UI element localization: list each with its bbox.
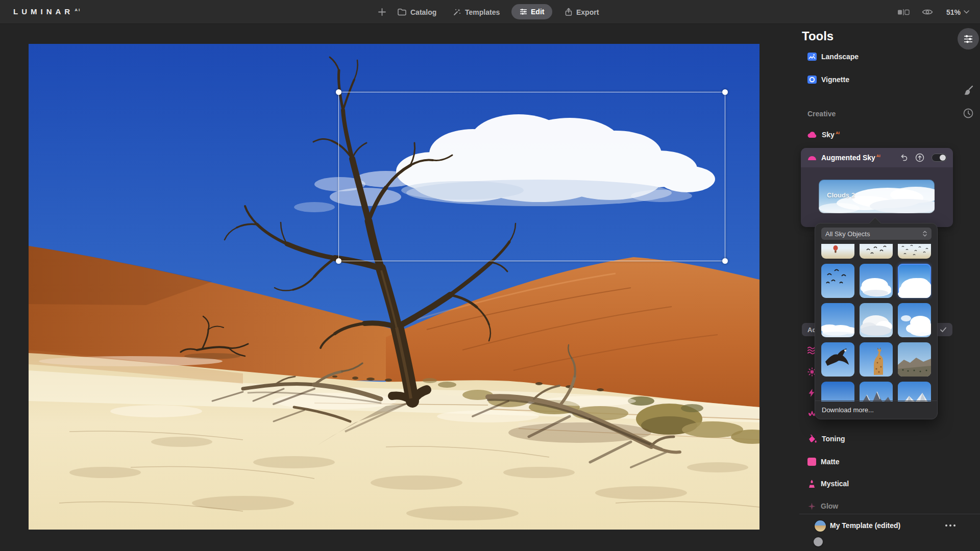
template-title: My Template (edited) xyxy=(830,521,900,530)
sky-object-birds-sky[interactable] xyxy=(821,264,854,298)
sky-object-clouds-3[interactable] xyxy=(821,303,854,337)
augmented-sky-card: Augmented SkyAI Clouds 2 xyxy=(801,148,953,227)
tool-sky[interactable]: SkyAI xyxy=(807,130,840,139)
tab-label: Edit xyxy=(531,8,544,16)
tool-vignette[interactable]: Vignette xyxy=(807,75,849,84)
sky-object-clouds-1[interactable] xyxy=(860,264,893,298)
edit-tools-rail-button[interactable] xyxy=(958,28,979,49)
paint-bucket-icon xyxy=(807,435,817,443)
sky-objects-grid xyxy=(821,244,931,402)
preview-button[interactable] xyxy=(922,0,933,24)
selection-handle-bottom-right[interactable] xyxy=(722,258,728,264)
brush-rail-button[interactable] xyxy=(958,80,979,101)
selected-sky-object-thumb[interactable]: Clouds 2 xyxy=(819,180,935,213)
selected-sky-object-label: Clouds 2 xyxy=(827,191,855,199)
template-menu-button[interactable] xyxy=(945,524,955,527)
sky-object-clouds-5[interactable] xyxy=(898,303,931,337)
photo-canvas xyxy=(29,44,760,530)
sky-object-birds-small[interactable] xyxy=(860,244,893,259)
tab-export[interactable]: Export xyxy=(565,0,599,24)
filter-label: All Sky Objects xyxy=(825,230,922,238)
undo-icon[interactable] xyxy=(899,154,908,162)
sky-object-rocky-peaks[interactable] xyxy=(860,382,893,402)
app-logo: LUMINARAI xyxy=(13,7,81,16)
tool-label: SkyAI xyxy=(822,131,840,139)
selection-handle-top-left[interactable] xyxy=(336,89,341,95)
sky-object-clear-sky[interactable] xyxy=(821,382,854,402)
reposition-icon[interactable] xyxy=(915,153,924,162)
template-avatar xyxy=(815,520,826,532)
sky-object-clouds-2[interactable] xyxy=(898,264,931,298)
sky-object-hot-air-balloon[interactable] xyxy=(821,244,854,259)
add-button[interactable] xyxy=(378,0,386,24)
augmented-sky-toggle[interactable] xyxy=(932,154,947,162)
tab-label: Templates xyxy=(465,8,500,16)
tab-catalog[interactable]: Catalog xyxy=(397,0,436,24)
plus-icon xyxy=(378,8,386,16)
tab-templates[interactable]: Templates xyxy=(452,0,500,24)
tool-label: Mystical xyxy=(821,480,849,488)
vignette-icon xyxy=(807,76,817,84)
tool-label: Landscape xyxy=(821,53,859,61)
sky-object-eagle[interactable] xyxy=(821,342,854,377)
zoom-level: 51% xyxy=(946,8,961,16)
top-bar: LUMINARAI Catalog Templates Edit Export xyxy=(0,0,980,24)
magic-wand-icon xyxy=(452,8,461,16)
template-bar: My Template (edited) xyxy=(786,514,980,551)
selection-handle-top-right[interactable] xyxy=(722,89,728,95)
export-icon xyxy=(565,8,573,16)
tool-mystical[interactable]: Mystical xyxy=(807,479,849,488)
section-creative: Creative xyxy=(807,110,836,118)
select-chevrons-icon xyxy=(922,230,927,237)
ai-badge: AI xyxy=(876,154,880,158)
logo-ai-badge: AI xyxy=(75,8,81,12)
tool-matte[interactable]: Matte xyxy=(807,457,840,466)
tab-edit[interactable]: Edit xyxy=(511,4,552,19)
augmented-sky-header[interactable]: Augmented SkyAI xyxy=(801,148,953,167)
tab-label: Export xyxy=(576,8,599,16)
history-rail-button[interactable] xyxy=(958,103,979,124)
tool-glow[interactable]: Glow xyxy=(807,502,838,511)
sliders-icon xyxy=(520,8,527,15)
augmented-sky-title: Augmented SkyAI xyxy=(821,154,880,162)
sparkle-icon xyxy=(807,502,816,511)
chevron-down-icon xyxy=(964,10,969,14)
cloud-icon xyxy=(807,132,817,138)
matte-icon xyxy=(807,458,816,466)
panel-title: Tools xyxy=(802,29,834,43)
augmented-sky-icon xyxy=(807,155,817,161)
landscape-icon xyxy=(807,53,817,61)
sky-object-giraffe[interactable] xyxy=(860,342,893,377)
before-after-icon xyxy=(897,9,910,16)
folder-icon xyxy=(397,8,407,16)
ai-badge: AI xyxy=(836,131,840,135)
sky-objects-grid-viewport[interactable] xyxy=(821,244,932,402)
sky-object-mountain-ridge[interactable] xyxy=(898,342,931,377)
sky-object-clouds-4[interactable] xyxy=(860,303,893,337)
template-amount-slider[interactable] xyxy=(814,537,950,547)
download-more-button[interactable]: Download more... xyxy=(815,400,937,419)
tool-label: Toning xyxy=(822,435,845,443)
clock-icon xyxy=(963,108,974,119)
tools-panel: Tools Landscape Vignette xyxy=(786,24,980,551)
check-icon xyxy=(940,327,947,333)
selection-handle-bottom-left[interactable] xyxy=(336,258,341,264)
sky-object-snowy-mountain[interactable] xyxy=(898,382,931,402)
slider-knob[interactable] xyxy=(814,537,823,546)
tab-label: Catalog xyxy=(410,8,436,16)
compare-button[interactable] xyxy=(897,0,910,24)
tool-label: Glow xyxy=(821,502,838,510)
sky-object-selection-rect[interactable] xyxy=(338,92,725,261)
sliders-icon xyxy=(963,34,973,44)
tool-label: Vignette xyxy=(821,76,849,84)
tool-toning[interactable]: Toning xyxy=(807,434,845,443)
eye-icon xyxy=(922,8,933,16)
sky-objects-filter-select[interactable]: All Sky Objects xyxy=(821,228,932,240)
sky-object-birds-flock[interactable] xyxy=(898,244,931,259)
tool-landscape[interactable]: Landscape xyxy=(807,52,859,61)
zoom-menu[interactable]: 51% xyxy=(946,0,969,24)
download-more-label: Download more... xyxy=(822,406,874,414)
brush-icon xyxy=(963,85,974,96)
tool-label: Matte xyxy=(821,458,840,466)
candle-icon xyxy=(807,479,816,488)
